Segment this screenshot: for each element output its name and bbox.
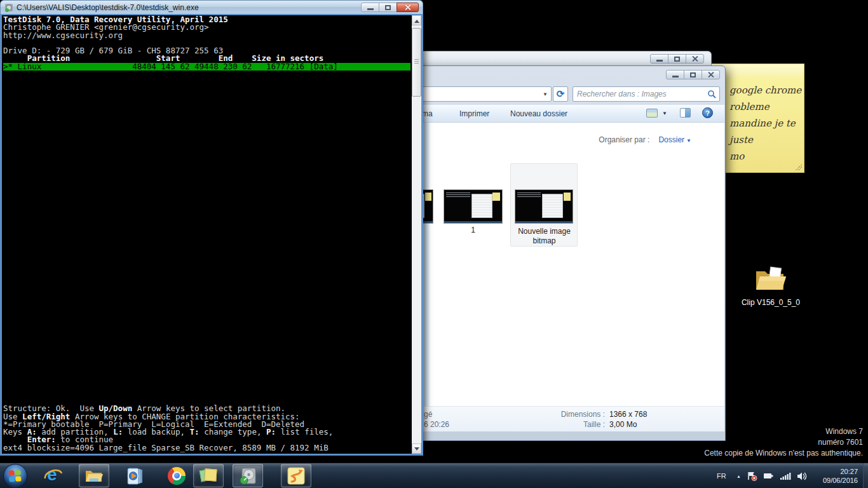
maximize-icon: [690, 72, 696, 78]
chevron-down-icon[interactable]: ▼: [543, 92, 548, 97]
taskbar: e: [0, 463, 868, 488]
close-button[interactable]: [702, 70, 720, 79]
toolbar-new-folder[interactable]: Nouveau dossier: [510, 109, 567, 118]
arrow-down-icon: [414, 447, 419, 453]
taskbar-internet-explorer[interactable]: e: [38, 464, 69, 487]
testdisk-disk-icon: [238, 466, 257, 485]
explorer-window: ▼ ⟳ Diaporama Imprimer Nouveau dossier ▼…: [381, 65, 726, 441]
console-title: C:\Users\VALIS\Desktop\testdisk-7.0\test…: [17, 3, 358, 12]
chevron-down-icon[interactable]: ▼: [686, 138, 691, 144]
console-titlebar[interactable]: C:\Users\VALIS\Desktop\testdisk-7.0\test…: [0, 0, 423, 14]
file-name[interactable]: Nouvelle image bitmap: [512, 227, 577, 246]
sticky-note-line: google chrome: [729, 82, 801, 98]
console-scrollbar[interactable]: [412, 15, 421, 454]
console-line: http://www.cgsecurity.org: [3, 32, 410, 39]
file-thumbnail-selected[interactable]: [515, 189, 573, 224]
arrow-up-icon: [414, 17, 419, 23]
explorer-caption-buttons: [667, 70, 720, 79]
organize-by-value[interactable]: Dossier: [658, 135, 684, 144]
minimize-button[interactable]: [666, 70, 684, 79]
console-output-top: TestDisk 7.0, Data Recovery Utility, Apr…: [3, 16, 410, 71]
close-icon: [692, 56, 698, 62]
media-player-icon: [125, 466, 144, 485]
volume-icon[interactable]: [797, 471, 808, 481]
restore-button[interactable]: [379, 3, 397, 12]
taskbar-media-player[interactable]: [119, 464, 150, 487]
network-signal-icon[interactable]: [780, 471, 791, 480]
sticky-note-text[interactable]: google chrome robleme mandine je te just…: [729, 82, 801, 165]
details-fragment: gé: [424, 410, 432, 419]
refresh-button[interactable]: ⟳: [553, 86, 568, 102]
search-input[interactable]: [577, 88, 701, 100]
minimize-icon: [656, 60, 663, 62]
console-line: ext4 blocksize=4096 Large_file Sparse_SB…: [3, 444, 410, 452]
preview-pane-icon[interactable]: [680, 108, 691, 118]
maximize-button[interactable]: [668, 54, 686, 64]
file-thumbnail[interactable]: [444, 189, 503, 224]
desktop: { "console": { "title": "C:\\Users\\VALI…: [0, 0, 868, 488]
selected-partition-row[interactable]: >* Linux 48404 145 62 49448 230 62 16777…: [3, 63, 410, 71]
scroll-down-button[interactable]: [412, 444, 421, 454]
desktop-folder-clip[interactable]: Clip V156_0_5_0: [736, 266, 806, 307]
minimize-button[interactable]: [361, 3, 379, 12]
organize-by-label: Organiser par :: [599, 135, 649, 144]
views-dropdown-icon[interactable]: ▼: [662, 111, 667, 116]
tray-expand-icon[interactable]: ▲: [736, 474, 741, 478]
console-caption-buttons: [362, 3, 419, 12]
toolbar-print[interactable]: Imprimer: [459, 109, 489, 118]
show-desktop-button[interactable]: [863, 463, 868, 488]
taskbar-chrome[interactable]: [161, 464, 192, 487]
explorer-navigation-bar: ▼ ⟳: [383, 83, 724, 105]
minimize-button[interactable]: [650, 54, 668, 64]
views-icon[interactable]: [646, 109, 658, 118]
minimize-icon: [672, 76, 679, 78]
language-indicator[interactable]: FR: [717, 472, 731, 480]
sticky-note-line: mo: [729, 148, 801, 165]
console-output-bottom: Structure: Ok. Use Up/Down Arrow keys to…: [3, 405, 410, 452]
tray-clock[interactable]: 20:27 09/06/2016: [813, 467, 858, 485]
battery-icon[interactable]: [763, 471, 774, 480]
tray-date: 09/06/2016: [813, 476, 858, 485]
help-icon[interactable]: ?: [702, 107, 713, 118]
close-icon: [405, 4, 411, 10]
testdisk-icon: [4, 3, 13, 12]
scroll-up-button[interactable]: [412, 15, 421, 25]
tray-time: 20:27: [813, 467, 858, 476]
explorer-file-list: Organiser par :Dossier▼ 1 Nouvelle image…: [383, 123, 724, 406]
windows-logo-icon: [8, 470, 22, 482]
console-output: TestDisk 7.0, Data Recovery Utility, Apr…: [0, 14, 423, 456]
close-button[interactable]: [686, 54, 704, 64]
scrollbar-thumb[interactable]: [412, 28, 421, 97]
sticky-note-line: mandine je te: [729, 115, 801, 132]
details-fragment: 6 20:26: [424, 420, 449, 429]
organize-by-control[interactable]: Organiser par :Dossier▼: [599, 135, 691, 144]
sticky-note-line: juste: [729, 132, 801, 148]
action-center-flag-icon[interactable]: [747, 471, 757, 481]
close-button[interactable]: [397, 3, 419, 12]
restore-icon: [385, 5, 391, 10]
details-size-value: 3,00 Mo: [609, 420, 637, 429]
taskbar-windows-explorer[interactable]: [79, 464, 109, 487]
taskbar-sticky-notes[interactable]: [193, 464, 224, 487]
watermark-line: Cette copie de Windows n'est pas authent…: [704, 448, 863, 459]
internet-explorer-icon: e: [44, 466, 63, 485]
testdisk-console-window: C:\Users\VALIS\Desktop\testdisk-7.0\test…: [0, 0, 423, 456]
taskbar-testdisk[interactable]: [233, 464, 263, 487]
sticky-note-line: robleme: [729, 98, 801, 115]
desktop-folder-label: Clip V156_0_5_0: [736, 298, 806, 307]
resize-grip-icon[interactable]: [796, 164, 802, 170]
chrome-icon: [168, 467, 186, 485]
search-box[interactable]: [573, 86, 720, 102]
sticky-notes-icon: [200, 467, 217, 485]
file-name[interactable]: 1: [444, 226, 503, 234]
details-dimensions-label: Dimensions :: [497, 410, 605, 419]
system-tray: FR ▲: [717, 463, 868, 488]
explorer-folder-icon: [85, 468, 104, 484]
minimize-icon: [367, 8, 374, 10]
search-icon[interactable]: [707, 90, 716, 98]
background-window-caption-buttons: [651, 54, 704, 64]
taskbar-swirl-app[interactable]: [281, 464, 311, 487]
start-button[interactable]: [3, 464, 27, 488]
watermark-line: Windows 7: [704, 426, 863, 437]
maximize-button[interactable]: [684, 70, 702, 79]
